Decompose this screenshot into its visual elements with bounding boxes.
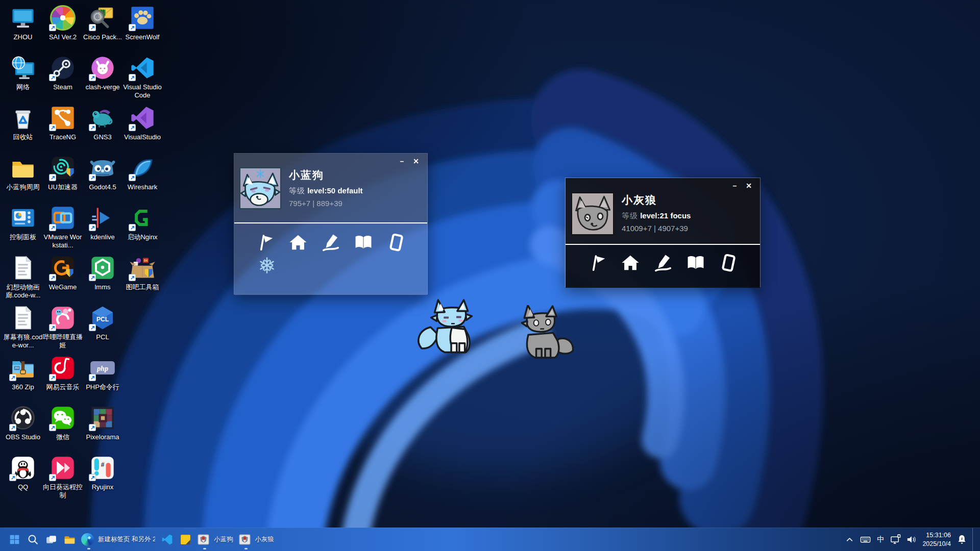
desktop-icon[interactable]: 哔哩哔哩直播姬: [43, 303, 83, 353]
open-window-indicator: [244, 548, 248, 549]
flag-icon[interactable]: [255, 232, 276, 253]
vscode-icon[interactable]: [158, 529, 176, 550]
edge-window-label: 新建标签页 和另外 2 个: [98, 535, 155, 544]
obs-icon: [9, 404, 37, 432]
desktop-icon[interactable]: Visual Studio Code: [122, 53, 162, 103]
desktop-icon[interactable]: 小蓝狗周周: [3, 153, 43, 203]
widget-stats: 41009+7 | 4907+39: [622, 224, 691, 233]
desktop-icon[interactable]: kdenlive: [83, 203, 122, 253]
desktop-icon[interactable]: Pixelorama: [83, 403, 122, 453]
desktop-icon-label: 网络: [16, 83, 30, 91]
shortcut-arrow-icon: [89, 374, 96, 381]
taskbar-app-xiaolangou[interactable]: 小蓝狗: [194, 529, 236, 550]
file-explorer-icon[interactable]: [60, 529, 79, 550]
desktop-icon[interactable]: 网易云音乐: [43, 353, 83, 403]
desktop-icon[interactable]: Wireshark: [122, 153, 162, 203]
task-view-icon[interactable]: [42, 529, 60, 550]
shortcut-arrow-icon: [89, 124, 96, 131]
minimize-button[interactable]: –: [400, 158, 404, 165]
desktop-icon-label: 幻想动物画廊.code-w...: [3, 283, 43, 299]
write-icon[interactable]: [653, 253, 673, 273]
desktop-icon[interactable]: phpPHP命令行: [83, 353, 122, 403]
desktop-icon[interactable]: 向日葵远程控制: [43, 453, 83, 503]
desktop-icon[interactable]: 微信: [43, 403, 83, 453]
start-icon[interactable]: [5, 529, 23, 550]
desktop-icon[interactable]: QQ: [3, 453, 43, 503]
shortcut-arrow-icon: [9, 424, 16, 431]
book-icon[interactable]: [353, 232, 374, 253]
desktop-icon[interactable]: SAI Ver.2: [43, 3, 83, 53]
desktop-icon[interactable]: 网络: [3, 53, 43, 103]
lmms-icon: [89, 254, 116, 282]
desktop-icon[interactable]: 回收站: [3, 103, 43, 153]
show-desktop-button[interactable]: [972, 528, 976, 551]
svg-text:#: #: [101, 461, 105, 468]
desktop-icon-label: TraceNG: [50, 133, 76, 141]
close-button[interactable]: ✕: [413, 158, 419, 165]
sticky-note-icon[interactable]: [176, 529, 194, 550]
desktop-icon[interactable]: PCLPCL: [83, 303, 122, 353]
hidden-icons-chevron-icon[interactable]: [842, 530, 857, 550]
desktop-icon[interactable]: 360360 Zip: [3, 353, 43, 403]
desktop-icon[interactable]: 幻想动物画廊.code-w...: [3, 253, 43, 303]
minimize-button[interactable]: –: [732, 182, 737, 189]
desktop-icon[interactable]: VisualStudio: [122, 103, 162, 153]
desktop-icon[interactable]: ZHOU: [3, 3, 43, 53]
desktop-icon-label: QQ: [18, 483, 28, 491]
shortcut-arrow-icon: [89, 174, 96, 181]
taskbar-edge-window[interactable]: 新建标签页 和另外 2 个: [79, 529, 158, 550]
desktop-icon[interactable]: 控制面板: [3, 203, 43, 253]
close-button[interactable]: ✕: [746, 182, 752, 189]
desktop-icon[interactable]: UU加速器: [43, 153, 83, 203]
desktop-icon[interactable]: VMware Workstati...: [43, 203, 83, 253]
desktop-icon[interactable]: ScreenWolf: [122, 3, 162, 53]
clock[interactable]: 15:31:06 2025/10/4: [919, 530, 954, 550]
godot-icon: [89, 154, 116, 182]
tray-date: 2025/10/4: [922, 540, 951, 548]
gray-wolf-pixel-pet[interactable]: [510, 305, 580, 364]
home-icon[interactable]: [288, 232, 308, 253]
desktop-icon-label: VisualStudio: [124, 133, 161, 141]
desktop-icon[interactable]: clash-verge: [83, 53, 122, 103]
doc-icon: [9, 304, 37, 332]
blue-fox-pixel-pet[interactable]: [414, 299, 490, 361]
desktop-icon[interactable]: Godot4.5: [83, 153, 122, 203]
desktop-icon-label: Cisco Pack...: [83, 33, 122, 41]
desktop-icon[interactable]: OBS Studio: [3, 403, 43, 453]
taskbar-app-xiaohuilang[interactable]: 小灰狼: [236, 529, 277, 550]
traceng-icon: [49, 104, 77, 132]
ime-language-button[interactable]: 中: [873, 530, 888, 550]
desktop-icon[interactable]: #Ryujinx: [83, 453, 122, 503]
card-icon[interactable]: [718, 253, 739, 273]
notification-bell-icon[interactable]: z: [954, 530, 970, 550]
shortcut-arrow-icon: [9, 374, 16, 381]
desktop-icon-label: 启动Nginx: [127, 233, 157, 241]
desktop-icon-grid: ZHOU网络回收站小蓝狗周周控制面板幻想动物画廊.code-w...屏幕有狼.c…: [3, 3, 162, 503]
home-icon[interactable]: [620, 253, 641, 273]
desktop-icon[interactable]: 64图吧工具箱: [122, 253, 162, 303]
volume-icon[interactable]: [903, 530, 919, 550]
write-icon[interactable]: [321, 232, 341, 253]
widget-header[interactable]: 小蓝狗 等级 level:50 default 795+7 | 889+39 –…: [234, 154, 427, 222]
desktop-icon[interactable]: WeGame: [43, 253, 83, 303]
desktop-icon-label: WeGame: [49, 283, 77, 291]
desktop-icon[interactable]: Steam: [43, 53, 83, 103]
flag-icon[interactable]: [587, 253, 608, 273]
desktop-icon[interactable]: GNS3: [83, 103, 122, 153]
shortcut-arrow-icon: [89, 474, 96, 481]
widget-header[interactable]: 小灰狼 等级 level:21 focus 41009+7 | 4907+39 …: [566, 178, 760, 244]
card-icon[interactable]: [386, 232, 406, 253]
vscode-icon: [129, 54, 156, 82]
qq-icon: [9, 454, 37, 482]
desktop-icon[interactable]: TraceNG: [43, 103, 83, 153]
gns3-icon: [89, 104, 116, 132]
snowflake-icon[interactable]: [257, 255, 277, 276]
ime-keyboard-icon[interactable]: [857, 530, 873, 550]
desktop-icon[interactable]: Cisco Pack...: [83, 3, 122, 53]
search-icon[interactable]: [23, 529, 42, 550]
network-icon[interactable]: [888, 530, 903, 550]
desktop-icon[interactable]: 屏幕有狼.code-wor...: [3, 303, 43, 353]
desktop-icon[interactable]: 启动Nginx: [122, 203, 162, 253]
book-icon[interactable]: [685, 253, 706, 273]
desktop-icon[interactable]: lmms: [83, 253, 122, 303]
